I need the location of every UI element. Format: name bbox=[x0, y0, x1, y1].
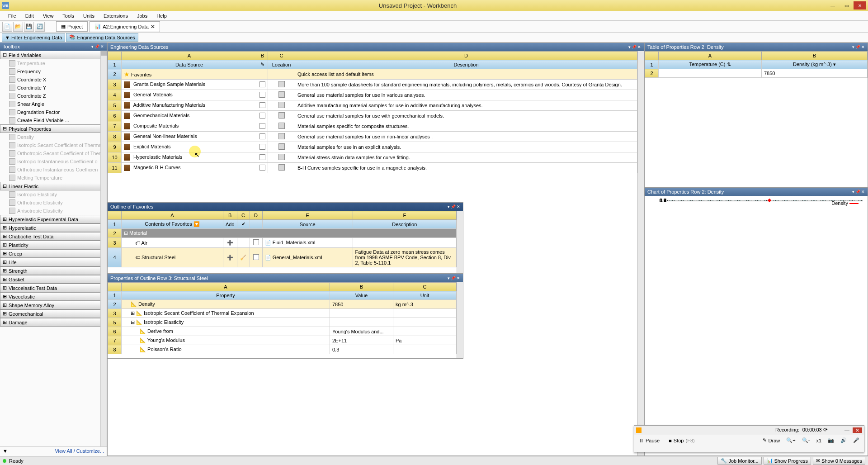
menu-units[interactable]: Units bbox=[79, 12, 99, 20]
webcam-icon[interactable]: 📷 bbox=[828, 437, 834, 443]
property-row[interactable]: 2📐 Density7850kg m^-3 bbox=[108, 300, 457, 309]
checkbox[interactable] bbox=[259, 144, 265, 150]
toolbox-item[interactable]: Degradation Factor bbox=[0, 108, 107, 116]
add-icon[interactable]: ➕ bbox=[227, 255, 233, 260]
stop-button[interactable]: ■Stop (F8) bbox=[669, 438, 694, 443]
panel-close-icon[interactable]: ✕ bbox=[457, 276, 460, 280]
location-icon[interactable] bbox=[278, 81, 285, 87]
rb-close[interactable]: ✕ bbox=[853, 427, 862, 433]
pin-icon[interactable]: 📌 bbox=[451, 204, 456, 209]
toolbox-item[interactable]: Create Field Variable ... bbox=[0, 116, 107, 124]
filter-engineering-data-button[interactable]: ▼ Filter Engineering Data bbox=[2, 33, 65, 42]
location-icon[interactable] bbox=[278, 91, 285, 98]
toolbox-item[interactable]: Coordinate Y bbox=[0, 84, 107, 92]
close-button[interactable]: ✕ bbox=[854, 1, 866, 9]
section-collapsed[interactable]: ⊞Damage bbox=[0, 318, 107, 327]
checkbox[interactable] bbox=[253, 254, 259, 260]
rb-minimize[interactable]: — bbox=[844, 427, 849, 433]
data-source-row[interactable]: 8 General Non-linear MaterialsGeneral us… bbox=[108, 132, 637, 142]
pin-icon[interactable]: 📌 bbox=[451, 276, 456, 280]
section-collapsed[interactable]: ⊞Life bbox=[0, 258, 107, 266]
checkbox[interactable] bbox=[253, 239, 259, 245]
section-collapsed[interactable]: ⊞Strength bbox=[0, 266, 107, 275]
location-icon[interactable] bbox=[278, 133, 285, 139]
location-icon[interactable] bbox=[278, 143, 285, 150]
pin-icon[interactable]: 📌 bbox=[855, 190, 860, 194]
job-monitor-button[interactable]: 🔧 Job Monitor... bbox=[717, 457, 761, 465]
refresh-button[interactable]: 🔄 bbox=[35, 22, 45, 32]
checkbox[interactable] bbox=[259, 81, 265, 87]
funnel-icon[interactable]: ▼ bbox=[3, 448, 9, 455]
property-row[interactable]: 6📐 Derive fromYoung's Modulus and... bbox=[108, 327, 457, 336]
section-linear-elastic[interactable]: ⊟Linear Elastic bbox=[0, 182, 107, 190]
data-source-row[interactable]: 10 Hyperelastic MaterialsMaterial stress… bbox=[108, 152, 637, 163]
location-icon[interactable] bbox=[278, 123, 285, 129]
tab-engineering-data[interactable]: 📊 A2:Engineering Data ✕ bbox=[90, 21, 160, 32]
maximize-button[interactable]: ▭ bbox=[840, 1, 853, 9]
section-collapsed[interactable]: ⊞Creep bbox=[0, 249, 107, 258]
dropdown-icon[interactable]: ▾ bbox=[91, 44, 94, 49]
property-row[interactable]: 8📐 Poisson's Ratio0.3 bbox=[108, 345, 457, 354]
panel-close-icon[interactable]: ✕ bbox=[861, 45, 865, 49]
zoom-in-icon[interactable]: 🔍+ bbox=[786, 437, 795, 443]
pin-icon[interactable]: 📌 bbox=[855, 45, 860, 49]
close-tab-icon[interactable]: ✕ bbox=[151, 24, 155, 30]
section-collapsed[interactable]: ⊞Viscoelastic Test Data bbox=[0, 284, 107, 292]
menu-view[interactable]: View bbox=[38, 12, 58, 20]
section-collapsed[interactable]: ⊞Plasticity bbox=[0, 241, 107, 249]
properties-scrollbar[interactable] bbox=[457, 282, 463, 358]
location-icon[interactable] bbox=[278, 164, 285, 171]
checkbox[interactable] bbox=[259, 113, 265, 119]
property-row[interactable]: 5⊟ 📐 Isotropic Elasticity bbox=[108, 318, 457, 327]
panel-close-icon[interactable]: ✕ bbox=[457, 204, 460, 209]
data-sources-table[interactable]: ABCD 1Data Source✎LocationDescription 2★… bbox=[108, 51, 637, 173]
location-icon[interactable] bbox=[278, 112, 285, 119]
checkbox[interactable] bbox=[259, 133, 265, 139]
property-row[interactable]: 7📐 Young's Modulus2E+11Pa bbox=[108, 336, 457, 345]
menu-file[interactable]: File bbox=[4, 12, 21, 20]
location-icon[interactable] bbox=[278, 154, 285, 160]
toolbox-item[interactable]: Coordinate Z bbox=[0, 92, 107, 100]
pin-icon[interactable]: 📌 bbox=[632, 45, 637, 49]
dropdown-icon[interactable]: ▾ bbox=[448, 276, 450, 280]
toolbox-item[interactable]: Coordinate X bbox=[0, 76, 107, 84]
table-properties-grid[interactable]: AB 1Temperature (C) ⇅Density (kg m^-3) ▾… bbox=[645, 51, 868, 78]
panel-close-icon[interactable]: ✕ bbox=[637, 45, 641, 49]
show-progress-button[interactable]: 📊 Show Progress bbox=[764, 457, 811, 465]
data-source-row[interactable]: 9 Explicit MaterialsMaterial samples for… bbox=[108, 142, 637, 152]
checkbox[interactable] bbox=[259, 102, 265, 108]
data-source-row[interactable]: 2★ FavoritesQuick access list and defaul… bbox=[108, 69, 637, 80]
favorite-row[interactable]: 3🏷 Air➕📄 Fluid_Materials.xml bbox=[108, 238, 457, 248]
data-source-row[interactable]: 11 Magnetic B-H CurvesB-H Curve samples … bbox=[108, 163, 637, 173]
data-sources-scrollbar[interactable] bbox=[637, 51, 644, 456]
dropdown-icon[interactable]: ▾ bbox=[448, 204, 450, 209]
data-source-row[interactable]: 4 General MaterialsGeneral use material … bbox=[108, 90, 637, 100]
dropdown-icon[interactable]: ▾ bbox=[628, 45, 631, 49]
menu-jobs[interactable]: Jobs bbox=[132, 12, 152, 20]
minimize-button[interactable]: — bbox=[826, 1, 839, 9]
location-icon[interactable] bbox=[278, 102, 285, 108]
menu-tools[interactable]: Tools bbox=[58, 12, 79, 20]
save-button[interactable]: 💾 bbox=[24, 22, 34, 32]
tab-project[interactable]: ▦ Project bbox=[56, 21, 88, 32]
data-source-row[interactable]: 5 Additive Manufacturing MaterialsAdditi… bbox=[108, 100, 637, 111]
panel-close-icon[interactable]: ✕ bbox=[100, 44, 104, 49]
section-collapsed[interactable]: ⊞Shape Memory Alloy bbox=[0, 301, 107, 309]
checkbox[interactable] bbox=[259, 92, 265, 98]
new-button[interactable]: 📄 bbox=[2, 22, 12, 32]
menu-edit[interactable]: Edit bbox=[21, 12, 38, 20]
data-source-row[interactable]: 3 Granta Design Sample MaterialsMore tha… bbox=[108, 80, 637, 90]
favorite-row[interactable]: 4🏷 Structural Steel➕🧹📄 General_Materials… bbox=[108, 248, 457, 267]
outline-scrollbar[interactable] bbox=[457, 211, 463, 273]
pause-button[interactable]: ⏸Pause bbox=[639, 438, 660, 443]
dropdown-icon[interactable]: ▾ bbox=[852, 190, 854, 194]
view-all-link[interactable]: View All / Customize... bbox=[55, 448, 104, 455]
outline-favorites-table[interactable]: ABCDEF 1Contents of Favorites 🔽Add✔Sourc… bbox=[108, 211, 457, 267]
pin-icon[interactable]: 📌 bbox=[94, 44, 99, 49]
add-icon[interactable]: ➕ bbox=[227, 240, 233, 245]
data-source-row[interactable]: 7 Composite MaterialsMaterial samples sp… bbox=[108, 121, 637, 132]
dropdown-icon[interactable]: ▾ bbox=[852, 45, 854, 49]
menu-help[interactable]: Help bbox=[152, 12, 171, 20]
show-messages-button[interactable]: ✉ Show 0 Messages bbox=[813, 457, 865, 465]
section-field-variables[interactable]: ⊟Field Variables bbox=[0, 51, 107, 59]
